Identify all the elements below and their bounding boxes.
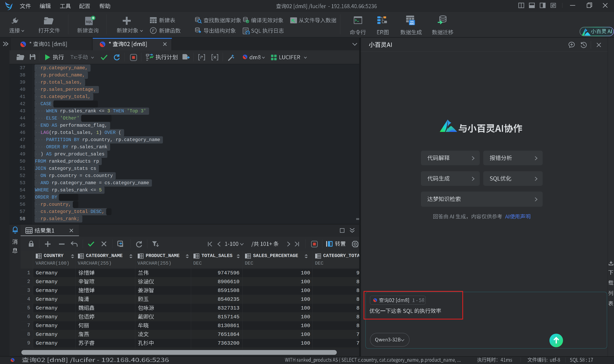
svg-text:ABC: ABC (409, 23, 414, 25)
svg-text:F: F (152, 28, 155, 33)
svg-text:/*: /* (200, 55, 203, 59)
svg-text:SQL: SQL (86, 20, 92, 23)
